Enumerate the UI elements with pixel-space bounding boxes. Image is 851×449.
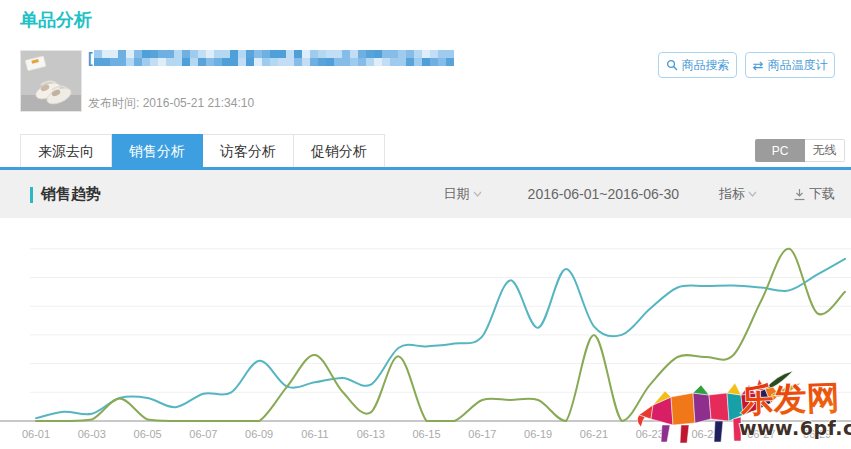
- section-title-wrap: 销售趋势: [30, 185, 101, 204]
- analysis-tabbar: 来源去向 销售分析 访客分析 促销分析: [20, 134, 385, 168]
- svg-text:06-19: 06-19: [524, 428, 552, 440]
- section-controls: 日期 2016-06-01~2016-06-30 指标 下载: [444, 170, 835, 218]
- product-photo-shoes: [21, 51, 82, 112]
- sales-trend-section-bar: 销售趋势 日期 2016-06-01~2016-06-30 指标: [0, 170, 851, 218]
- date-dropdown[interactable]: 日期: [444, 185, 482, 203]
- chevron-down-icon: [473, 191, 482, 197]
- svg-text:06-15: 06-15: [412, 428, 440, 440]
- svg-text:06-11: 06-11: [301, 428, 328, 440]
- publish-time-label: 发布时间:: [88, 96, 139, 110]
- svg-text:06-07: 06-07: [189, 428, 217, 440]
- sales-trend-line-chart: 06-0106-0306-0506-0706-0906-1106-1306-15…: [0, 218, 851, 449]
- svg-text:06-23: 06-23: [636, 428, 664, 440]
- toggle-wireless[interactable]: 无线: [805, 139, 845, 162]
- tab-source-destination[interactable]: 来源去向: [20, 134, 112, 168]
- tab-sales-analysis[interactable]: 销售分析: [112, 134, 203, 168]
- single-product-analysis-page: 单品分析 [ 发布时间: 2016-05-21 21:34:10: [0, 0, 851, 449]
- product-title-bracket: [: [88, 50, 93, 66]
- svg-text:06-21: 06-21: [580, 428, 608, 440]
- section-title: 销售趋势: [41, 185, 101, 204]
- page-title: 单品分析: [20, 8, 92, 32]
- chevron-down-icon: [748, 191, 757, 197]
- product-thermometer-label: 商品温度计: [767, 57, 827, 74]
- metric-dropdown-label: 指标: [719, 185, 745, 203]
- svg-text:06-17: 06-17: [468, 428, 496, 440]
- svg-text:06-25: 06-25: [691, 428, 719, 440]
- download-icon: [793, 188, 806, 201]
- product-search-button[interactable]: 商品搜索: [658, 52, 737, 78]
- product-title-redacted: [: [88, 49, 460, 66]
- redacted-mosaic: [94, 50, 460, 66]
- svg-text:06-13: 06-13: [357, 428, 385, 440]
- section-accent-bar: [30, 187, 33, 203]
- device-toggle: PC 无线: [755, 139, 845, 162]
- svg-text:06-09: 06-09: [245, 428, 273, 440]
- svg-text:06-05: 06-05: [134, 428, 162, 440]
- svg-text:06-27: 06-27: [747, 428, 775, 440]
- download-label: 下载: [809, 185, 835, 203]
- svg-text:06-03: 06-03: [78, 428, 106, 440]
- tab-visitor-analysis[interactable]: 访客分析: [203, 134, 294, 168]
- swap-arrows-icon: ⇄: [753, 59, 764, 72]
- date-range-value: 2016-06-01~2016-06-30: [528, 186, 679, 202]
- svg-text:06-29: 06-29: [803, 428, 831, 440]
- metric-dropdown[interactable]: 指标: [719, 185, 757, 203]
- product-photo: [20, 50, 82, 112]
- search-icon: [666, 59, 678, 71]
- svg-text:06-01: 06-01: [22, 428, 50, 440]
- tab-promotion-analysis[interactable]: 促销分析: [294, 134, 385, 168]
- toggle-pc[interactable]: PC: [755, 139, 805, 162]
- publish-time-row: 发布时间: 2016-05-21 21:34:10: [88, 95, 254, 112]
- download-button[interactable]: 下载: [793, 185, 835, 203]
- product-thermometer-button[interactable]: ⇄ 商品温度计: [745, 52, 835, 78]
- date-dropdown-label: 日期: [444, 185, 470, 203]
- publish-time-value: 2016-05-21 21:34:10: [143, 96, 254, 110]
- product-search-label: 商品搜索: [682, 57, 730, 74]
- sales-trend-chart-area: 06-0106-0306-0506-0706-0906-1106-1306-15…: [0, 218, 851, 449]
